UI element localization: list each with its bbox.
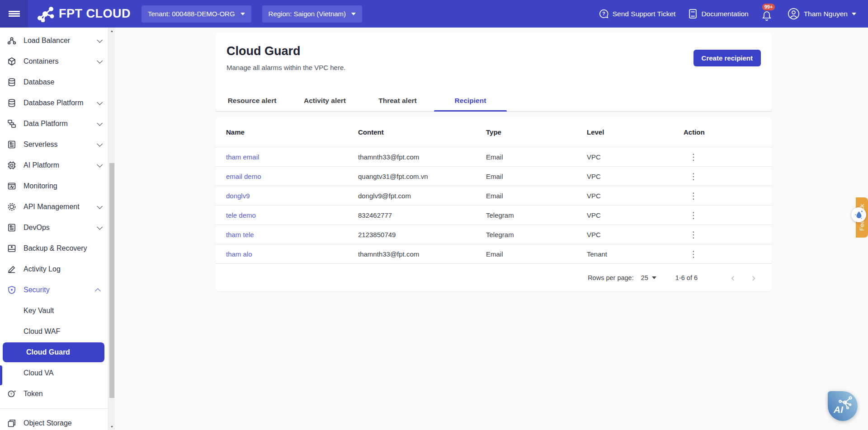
tab-activity-alert[interactable]: Activity alert (288, 90, 361, 111)
feedback-bubble[interactable] (851, 207, 866, 222)
sidebar-item-containers[interactable]: Containers (0, 51, 108, 72)
support-chat-icon: ? (599, 9, 609, 19)
pagination-range: 1-6 of 6 (675, 274, 698, 281)
sidebar-item-database[interactable]: Database (0, 72, 108, 93)
recipient-content: donglv9@fpt.com (358, 192, 486, 200)
table-row: tham email thamnth33@fpt.com Email VPC ⋮ (216, 147, 772, 166)
row-actions-kebab-icon[interactable]: ⋮ (688, 192, 699, 200)
sidebar-divider (0, 408, 108, 409)
svg-text:?: ? (602, 11, 605, 16)
support-label: Send Support Ticket (613, 10, 676, 18)
send-support-ticket-link[interactable]: ? Send Support Ticket (599, 9, 676, 19)
sidebar-scrollbar[interactable]: ▲ ▼ (108, 28, 115, 430)
notifications-button[interactable]: 99+ (761, 6, 775, 22)
tenant-label: Tenant: 000488-DEMO-ORG (148, 10, 235, 18)
sidebar-item-cloud-guard[interactable]: Cloud Guard (3, 342, 104, 362)
table-row: tele demo 832462777 Telegram VPC ⋮ (216, 205, 772, 224)
sidebar: Load Balancer Containers Database Databa… (0, 28, 108, 430)
page-header-card: Cloud Guard Manage all alarms within the… (216, 33, 772, 112)
sidebar-item-key-vault[interactable]: Key Vault (0, 300, 108, 321)
recipient-level: VPC (587, 211, 684, 219)
scroll-down-arrow[interactable]: ▼ (108, 423, 115, 430)
previous-page-button[interactable]: ‹ (727, 272, 738, 283)
row-actions-kebab-icon[interactable]: ⋮ (688, 153, 699, 161)
activity-log-pen-icon (7, 264, 17, 274)
sidebar-item-load-balancer[interactable]: Load Balancer (0, 30, 108, 51)
page-subtitle: Manage all alarms within the VPC here. (226, 64, 772, 71)
create-recipient-button[interactable]: Create recipient (693, 50, 761, 66)
tab-threat-alert[interactable]: Threat alert (361, 90, 434, 111)
sidebar-item-label: Key Vault (24, 307, 54, 315)
sidebar-item-label: Monitoring (24, 182, 57, 190)
hamburger-menu-button[interactable] (0, 0, 28, 28)
logo-text: FPT CLOUD (59, 7, 131, 21)
sidebar-item-label: Cloud VA (24, 369, 53, 377)
recipient-name-link[interactable]: tele demo (226, 211, 358, 219)
recipient-name-link[interactable]: donglv9 (226, 192, 358, 200)
sidebar-item-cloud-va[interactable]: Cloud VA (0, 363, 108, 383)
recipient-table-card: Name Content Type Level Action tham emai… (216, 117, 772, 291)
column-header-content: Content (358, 128, 486, 136)
recipient-name-link[interactable]: tham alo (226, 250, 358, 258)
avatar-icon (788, 8, 800, 20)
table-row: email demo quangtv31@fpt.com.vn Email VP… (216, 166, 772, 186)
chevron-down-icon (97, 203, 103, 209)
monitoring-icon (7, 181, 17, 191)
sidebar-item-object-storage[interactable]: Object Storage (0, 413, 108, 430)
row-actions-kebab-icon[interactable]: ⋮ (688, 172, 699, 181)
sidebar-item-label: DevOps (24, 224, 50, 232)
sidebar-item-label: API Management (24, 203, 80, 211)
row-actions-kebab-icon[interactable]: ⋮ (688, 230, 699, 239)
chevron-down-icon (97, 99, 103, 105)
sidebar-item-cloud-waf[interactable]: Cloud WAF (0, 321, 108, 342)
recipient-name-link[interactable]: tham tele (226, 231, 358, 238)
recipient-name-link[interactable]: email demo (226, 173, 358, 180)
chevron-down-icon (97, 37, 103, 43)
sidebar-item-database-platform[interactable]: Database Platform (0, 93, 108, 113)
tab-resource-alert[interactable]: Resource alert (216, 90, 288, 111)
sidebar-item-label: Data Platform (24, 120, 68, 128)
recipient-type: Email (486, 192, 587, 200)
hamburger-icon (9, 11, 20, 17)
sidebar-item-activity-log[interactable]: Activity Log (0, 259, 108, 280)
user-menu[interactable]: Tham Nguyen (788, 8, 856, 20)
recipient-name-link[interactable]: tham email (226, 153, 358, 161)
ai-label: AI (834, 404, 843, 415)
row-actions-kebab-icon[interactable]: ⋮ (688, 211, 699, 220)
row-actions-kebab-icon[interactable]: ⋮ (688, 250, 699, 258)
sidebar-item-data-platform[interactable]: Data Platform (0, 113, 108, 134)
sidebar-item-api-management[interactable]: API Management (0, 196, 108, 217)
devops-icon (7, 223, 17, 233)
tenant-selector[interactable]: Tenant: 000488-DEMO-ORG (142, 5, 251, 23)
sidebar-item-label: Serverless (24, 140, 58, 149)
tab-recipient[interactable]: Recipient (434, 90, 507, 111)
ai-assistant-button[interactable]: AI (828, 391, 858, 421)
sidebar-item-devops[interactable]: DevOps (0, 217, 108, 238)
rows-per-page-select[interactable]: 25 (641, 274, 656, 281)
scroll-up-arrow[interactable]: ▲ (108, 28, 115, 34)
chevron-up-icon (95, 288, 101, 294)
load-balancer-icon (7, 36, 17, 46)
api-gear-icon (7, 202, 17, 212)
fpt-cloud-logo[interactable]: FPT CLOUD (37, 6, 131, 22)
sidebar-item-token[interactable]: T Token (0, 383, 108, 404)
next-page-button[interactable]: › (748, 272, 759, 283)
documentation-link[interactable]: Documentation (688, 9, 748, 19)
recipient-level: VPC (587, 173, 684, 180)
sidebar-item-label: Object Storage (24, 419, 72, 427)
column-header-type: Type (486, 128, 587, 136)
sidebar-item-ai-platform[interactable]: AI Platform (0, 155, 108, 176)
chevron-down-icon (97, 141, 103, 147)
region-selector[interactable]: Region: Saigon (Vietnam) (262, 5, 363, 23)
ai-chip-icon (7, 160, 17, 170)
sidebar-item-security[interactable]: Security (0, 280, 108, 300)
sidebar-item-label: Database Platform (24, 99, 84, 107)
column-header-action: Action (684, 128, 772, 136)
sidebar-item-serverless[interactable]: Serverless (0, 134, 108, 155)
sidebar-item-backup-recovery[interactable]: Backup & Recovery (0, 238, 108, 259)
sidebar-item-monitoring[interactable]: Monitoring (0, 176, 108, 196)
table-header-row: Name Content Type Level Action (216, 117, 772, 147)
scrollbar-thumb[interactable] (109, 163, 114, 398)
sidebar-item-label: Cloud Guard (26, 348, 70, 356)
sidebar-item-label: Backup & Recovery (24, 244, 87, 252)
